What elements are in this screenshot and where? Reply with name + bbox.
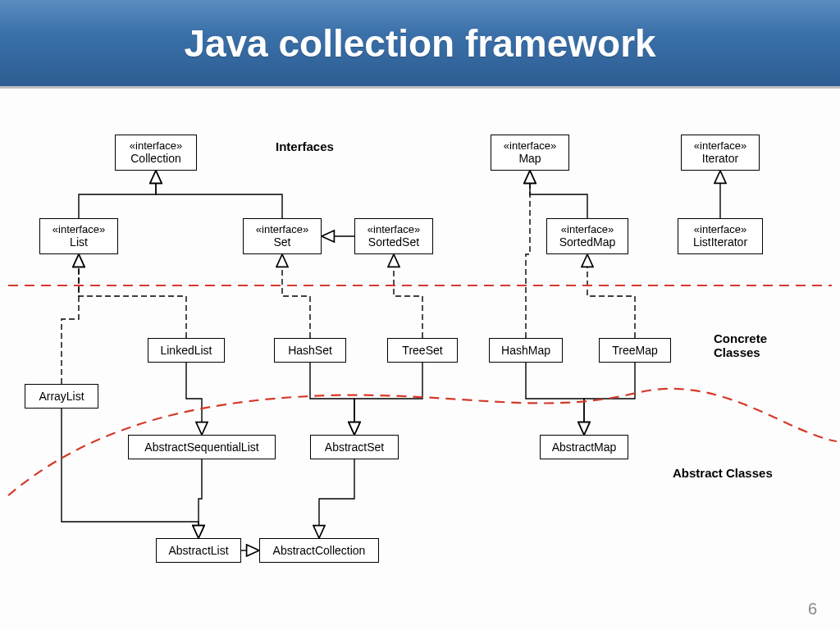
node-list: «interface»List	[39, 218, 118, 254]
class-name: Collection	[130, 152, 180, 166]
stereotype: «interface»	[368, 223, 420, 236]
class-name: SortedSet	[368, 235, 419, 249]
node-arraylist: ArrayList	[25, 384, 98, 409]
label-abstract: Abstract Classes	[673, 466, 773, 480]
node-hashmap: HashMap	[489, 338, 563, 363]
page-title: Java collection framework	[184, 21, 655, 66]
stereotype: «interface»	[504, 139, 556, 153]
node-sortedmap: «interface»SortedMap	[546, 218, 628, 254]
class-name: AbstractSet	[325, 441, 384, 454]
class-name: Iterator	[702, 152, 738, 166]
class-name: AbstractMap	[552, 441, 617, 454]
node-listiterator: «interface»ListIterator	[678, 218, 763, 254]
label-interfaces: Interfaces	[276, 139, 334, 153]
class-name: AbstractList	[168, 544, 228, 558]
stereotype: «interface»	[52, 223, 105, 236]
node-map: «interface»Map	[491, 135, 569, 171]
node-hashset: HashSet	[274, 338, 346, 363]
node-abstractmap: AbstractMap	[540, 435, 628, 459]
class-name: TreeMap	[612, 344, 658, 358]
stereotype: «interface»	[694, 139, 746, 153]
node-treemap: TreeMap	[599, 338, 671, 363]
title-bar: Java collection framework	[0, 0, 840, 89]
class-name: LinkedList	[160, 344, 212, 358]
class-name: Map	[518, 152, 541, 166]
class-name: ArrayList	[39, 390, 84, 404]
node-treeset: TreeSet	[387, 338, 458, 363]
node-set: «interface»Set	[243, 218, 322, 254]
diagram-canvas: «interface»Collection«interface»List«int…	[0, 89, 840, 630]
label-concrete: Concrete Classes	[714, 331, 812, 359]
stereotype: «interface»	[561, 223, 614, 236]
node-iterator: «interface»Iterator	[681, 135, 760, 171]
class-name: List	[70, 235, 88, 249]
class-name: AbstractCollection	[273, 544, 366, 558]
node-linkedlist: LinkedList	[148, 338, 225, 363]
node-abstractset: AbstractSet	[310, 435, 399, 459]
stereotype: «interface»	[694, 223, 746, 236]
class-name: Set	[273, 235, 290, 249]
page-number: 6	[808, 600, 817, 619]
node-abstractcollection: AbstractCollection	[259, 538, 379, 563]
node-abstractsequentiallist: AbstractSequentialList	[128, 435, 276, 459]
stereotype: «interface»	[130, 139, 182, 153]
node-sortedset: «interface»SortedSet	[354, 218, 433, 254]
class-name: TreeSet	[402, 344, 442, 358]
class-name: SortedMap	[559, 235, 615, 249]
class-name: AbstractSequentialList	[144, 441, 258, 454]
class-name: HashSet	[288, 344, 332, 358]
class-name: ListIterator	[693, 235, 747, 249]
class-name: HashMap	[501, 344, 550, 358]
node-abstractlist: AbstractList	[156, 538, 241, 563]
stereotype: «interface»	[256, 223, 308, 236]
node-collection: «interface»Collection	[115, 135, 197, 171]
